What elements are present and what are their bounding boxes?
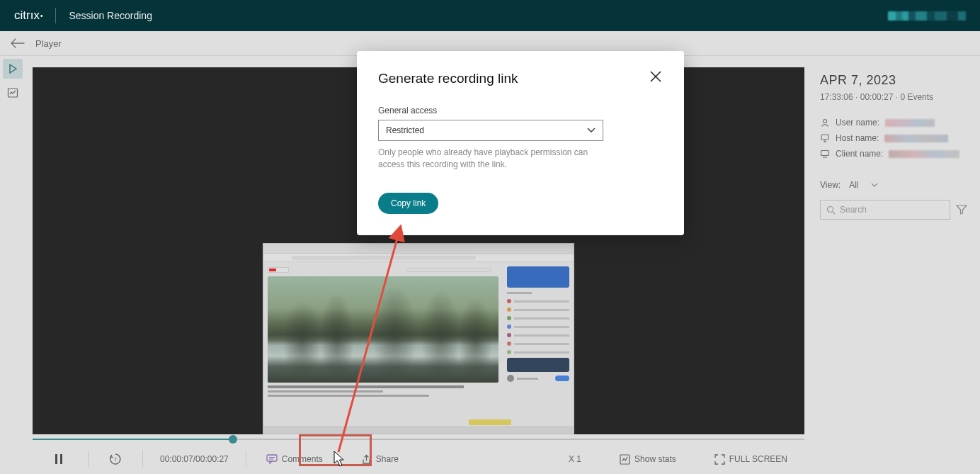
copy-link-label: Copy link [391, 198, 426, 208]
access-value: Restricted [386, 125, 424, 135]
modal-title: Generate recording link [378, 71, 518, 86]
access-select[interactable]: Restricted [378, 120, 603, 141]
top-bar: citrıx• Session Recording [0, 0, 980, 31]
chevron-down-icon [587, 128, 596, 133]
product-name: Session Recording [56, 10, 152, 21]
modal-close-button[interactable] [649, 69, 663, 87]
user-info-redacted [888, 11, 966, 21]
copy-link-button[interactable]: Copy link [378, 193, 438, 214]
access-label: General access [378, 106, 663, 115]
close-icon [649, 69, 663, 84]
brand-logo: citrıx• [14, 8, 56, 23]
generate-link-modal: Generate recording link General access R… [357, 51, 684, 235]
access-help-text: Only people who already have playback pe… [378, 147, 605, 171]
